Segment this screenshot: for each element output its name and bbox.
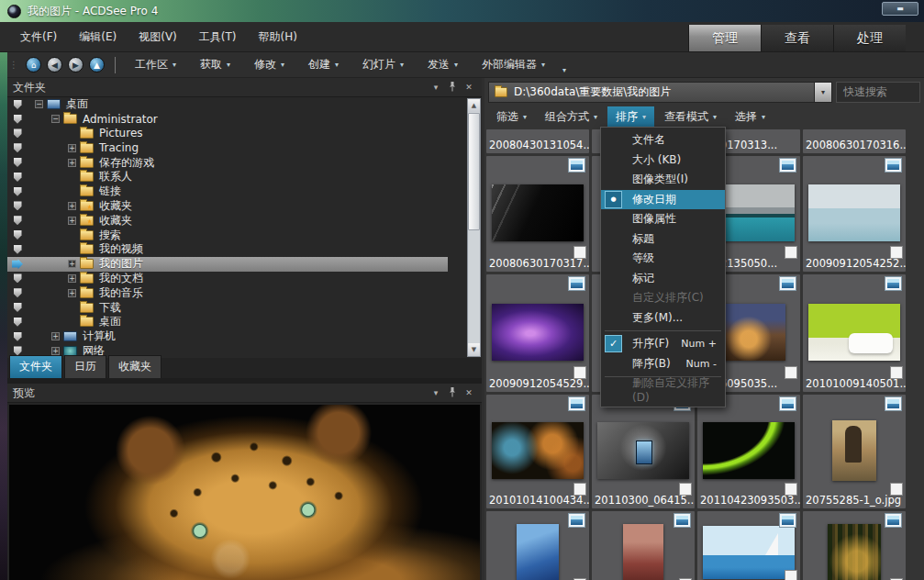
thumbnail-cell[interactable]: 20080630170316... <box>803 129 906 153</box>
toolbar-grip[interactable]: ⋮ <box>9 60 19 70</box>
tree-item-my-documents[interactable]: +我的文档 <box>7 272 482 286</box>
thumbnail-checkbox[interactable] <box>573 366 586 379</box>
thumbnail-image[interactable] <box>828 524 881 580</box>
tree-item-administrator[interactable]: −Administrator <box>7 112 482 127</box>
menu-item-tag[interactable]: 标记 <box>601 269 725 289</box>
external-editor-dropdown[interactable]: 外部编辑器▾ <box>470 53 557 76</box>
thumbnail-cell[interactable]: 20090912054252... <box>803 156 906 272</box>
menu-item-title[interactable]: 标题 <box>601 229 725 250</box>
selection-arrow-icon[interactable] <box>7 115 28 124</box>
thumbnail-image[interactable] <box>808 304 900 361</box>
tab-folders[interactable]: 文件夹 <box>9 355 62 378</box>
tab-process[interactable]: 处理 <box>833 25 906 51</box>
scroll-up-icon[interactable]: ▲ <box>468 99 480 112</box>
expander-icon[interactable]: + <box>68 144 76 152</box>
tree-item-desktop-folder[interactable]: 桌面 <box>7 315 482 329</box>
selection-arrow-icon[interactable] <box>7 318 28 327</box>
title-bar[interactable]: 我的图片 - ACDSee Pro 4 ▬ <box>0 0 924 22</box>
menu-item-custom-sort[interactable]: 自定义排序(C) <box>601 288 725 308</box>
thumbnail-cell[interactable] <box>486 511 589 580</box>
sort-dropdown[interactable]: 排序▾ <box>607 106 654 128</box>
back-icon[interactable]: ◀ <box>47 57 62 72</box>
thumbnail-image[interactable] <box>703 422 795 479</box>
thumbnail-checkbox[interactable] <box>785 366 797 379</box>
expander-icon[interactable]: + <box>68 202 76 210</box>
filter-dropdown[interactable]: 筛选▾ <box>488 106 535 128</box>
thumbnail-cell[interactable]: 20101009140501... <box>803 274 906 392</box>
thumbnail-checkbox[interactable] <box>890 366 903 379</box>
menu-item-image-properties[interactable]: 图像属性 <box>601 209 725 229</box>
selection-arrow-icon[interactable] <box>7 230 28 240</box>
thumbnail-image[interactable] <box>808 184 900 241</box>
selection-arrow-icon[interactable] <box>7 273 28 283</box>
thumbnail-checkbox[interactable] <box>785 570 797 580</box>
expander-icon[interactable]: − <box>35 100 43 108</box>
thumbnail-cell[interactable]: 20080630170317... <box>486 156 589 272</box>
thumbnail-image[interactable] <box>492 422 584 479</box>
selection-arrow-icon[interactable] <box>7 158 28 167</box>
expander-icon[interactable]: + <box>68 217 76 225</box>
tree-item-search[interactable]: 搜索 <box>7 228 482 242</box>
selection-arrow-icon[interactable] <box>7 288 28 297</box>
menu-item-filename[interactable]: 文件名 <box>601 130 725 151</box>
tree-item-favorites[interactable]: +收藏夹 <box>7 199 482 214</box>
acquire-dropdown[interactable]: 获取▾ <box>188 53 242 76</box>
tree-item-favorites-2[interactable]: +收藏夹 <box>7 213 482 228</box>
path-dropdown-icon[interactable]: ▾ <box>815 82 832 103</box>
tree-item-links[interactable]: 链接 <box>7 184 482 199</box>
menu-edit[interactable]: 编辑(E) <box>68 26 128 49</box>
menu-help[interactable]: 帮助(H) <box>248 26 308 49</box>
tree-item-computer[interactable]: +计算机 <box>7 329 482 344</box>
selection-arrow-icon[interactable] <box>7 303 28 312</box>
group-dropdown[interactable]: 组合方式▾ <box>537 106 606 128</box>
thumbnail-cell[interactable]: 20755285-1_o.jpg <box>803 395 906 508</box>
thumbnail-image[interactable] <box>492 184 584 241</box>
panel-close-icon[interactable]: ✕ <box>462 83 476 92</box>
panel-close-icon[interactable]: ✕ <box>462 388 476 397</box>
menu-item-remove-custom-sort[interactable]: 删除自定义排序(D) <box>601 380 725 400</box>
preview-image-leopard[interactable] <box>9 405 480 580</box>
expander-icon[interactable]: + <box>68 289 76 297</box>
create-dropdown[interactable]: 创建▾ <box>296 53 351 76</box>
menu-item-image-type[interactable]: 图像类型(I) <box>601 170 725 190</box>
expander-icon[interactable]: + <box>68 260 76 268</box>
viewmode-dropdown[interactable]: 查看模式▾ <box>656 106 725 128</box>
thumbnail-cell[interactable] <box>592 511 695 580</box>
send-dropdown[interactable]: 发送▾ <box>416 53 470 76</box>
tab-calendar[interactable]: 日历 <box>64 355 106 378</box>
selection-arrow-icon[interactable] <box>7 259 28 269</box>
menu-file[interactable]: 文件(F) <box>9 26 68 49</box>
slideshow-dropdown[interactable]: 幻灯片▾ <box>351 53 416 76</box>
panel-pin-icon[interactable] <box>445 387 460 399</box>
thumbnail-cell[interactable]: 20110300_06415... <box>592 395 695 508</box>
thumbnail-image[interactable] <box>623 524 663 580</box>
selection-arrow-icon[interactable] <box>7 128 28 138</box>
thumbnail-cell[interactable]: 20110423093503... <box>697 395 800 508</box>
workspace-dropdown[interactable]: 工作区▾ <box>123 53 188 76</box>
tree-scrollbar[interactable]: ▲ ▼ <box>467 98 481 357</box>
minimize-button[interactable]: ▬ <box>882 2 918 16</box>
selection-arrow-icon[interactable] <box>7 143 28 152</box>
tree-item-saved-games[interactable]: +保存的游戏 <box>7 155 482 170</box>
thumbnail-image[interactable] <box>492 304 584 361</box>
menu-item-size[interactable]: 大小 (KB) <box>601 151 725 171</box>
menu-view[interactable]: 视图(V) <box>128 26 188 49</box>
thumbnail-checkbox[interactable] <box>890 483 903 496</box>
thumbnail-cell[interactable]: 20080430131054... <box>486 129 589 153</box>
menu-item-ascending[interactable]: ✓升序(F)Num + <box>601 334 725 354</box>
expander-icon[interactable]: + <box>51 347 60 355</box>
selection-arrow-icon[interactable] <box>7 100 28 109</box>
tree-item-contacts[interactable]: 联系人 <box>7 170 482 184</box>
quick-search-input[interactable]: 快速搜索 <box>836 82 920 103</box>
tree-item-my-videos[interactable]: 我的视频 <box>7 242 482 257</box>
menu-item-modified-date[interactable]: ●修改日期 <box>601 190 725 210</box>
thumbnail-cell[interactable] <box>803 511 906 580</box>
tree-item-my-music[interactable]: +我的音乐 <box>7 285 482 300</box>
tab-manage[interactable]: 管理 <box>688 25 761 51</box>
tree-item-downloads[interactable]: 下载 <box>7 300 482 315</box>
thumbnail-cell[interactable]: 20090912054529... <box>486 274 589 392</box>
expander-icon[interactable]: + <box>68 159 76 167</box>
panel-collapse-icon[interactable]: ▾ <box>429 388 443 397</box>
scroll-down-icon[interactable]: ▼ <box>468 343 480 356</box>
up-icon[interactable]: ▲ <box>89 57 105 72</box>
